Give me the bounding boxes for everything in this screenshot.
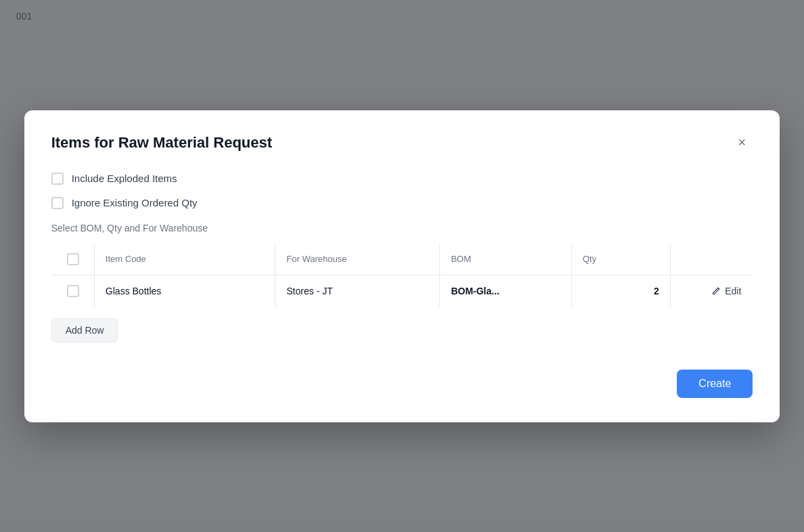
modal-footer: Create [51,370,753,398]
add-row-button[interactable]: Add Row [51,318,118,342]
ignore-ordered-qty-row: Ignore Existing Ordered Qty [51,197,753,209]
select-all-checkbox[interactable] [67,253,79,265]
col-header-actions [670,243,753,275]
col-header-qty: Qty [571,243,670,275]
items-table: Item Code For Warehouse BOM Qty Glass Bo… [51,243,753,307]
include-exploded-checkbox[interactable] [51,173,64,185]
section-label: Select BOM, Qty and For Warehouse [51,223,753,234]
create-button[interactable]: Create [677,370,753,398]
row-actions-cell: Edit [670,275,753,307]
table-row: Glass Bottles Stores - JT BOM-Gla... 2 E… [51,275,753,307]
modal-header: Items for Raw Material Request × [51,132,753,154]
ignore-ordered-qty-checkbox[interactable] [51,197,64,209]
col-header-bom: BOM [440,243,572,275]
col-header-for-warehouse: For Warehouse [275,243,440,275]
modal-title: Items for Raw Material Request [51,134,272,152]
col-header-item-code: Item Code [94,243,275,275]
table-header-row: Item Code For Warehouse BOM Qty [51,243,753,275]
row-for-warehouse: Stores - JT [275,275,440,307]
row-checkbox[interactable] [67,285,79,297]
modal-container: Items for Raw Material Request × Include… [24,110,780,422]
include-exploded-row: Include Exploded Items [51,173,753,185]
close-button[interactable]: × [731,132,753,154]
row-item-code: Glass Bottles [94,275,275,307]
ignore-ordered-qty-label: Ignore Existing Ordered Qty [72,197,198,208]
include-exploded-label: Include Exploded Items [72,173,177,184]
edit-icon [711,286,721,296]
modal-overlay: Items for Raw Material Request × Include… [0,0,804,532]
row-checkbox-cell [51,275,94,307]
row-qty: 2 [571,275,670,307]
row-edit-button[interactable]: Edit [711,286,741,296]
row-bom: BOM-Gla... [440,275,572,307]
col-header-checkbox [51,243,94,275]
